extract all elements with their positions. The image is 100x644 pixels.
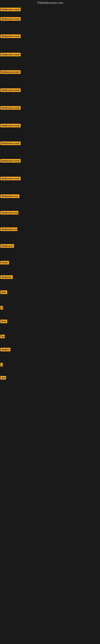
bottleneck-badge-19: B — [0, 306, 3, 310]
bottleneck-badge-18: Bott — [0, 290, 7, 294]
bottleneck-badge-3: Bottleneck result — [0, 34, 21, 38]
bottleneck-badge-11: Bottleneck result — [0, 177, 21, 180]
bottleneck-badge-16: Bottle — [0, 261, 9, 264]
bottleneck-badge-2: Bottleneck result — [0, 17, 21, 21]
bottleneck-badge-4: Bottleneck result — [0, 53, 21, 56]
bottleneck-badge-17: Bottlenec — [0, 275, 13, 279]
bottleneck-badge-8: Bottleneck result — [0, 124, 21, 128]
bottleneck-badge-20: Bott — [0, 320, 7, 323]
bottleneck-badge-9: Bottleneck result — [0, 142, 21, 145]
bottleneck-badge-23: | — [0, 363, 3, 366]
bottleneck-badge-7: Bottleneck result — [0, 106, 21, 110]
bottleneck-badge-1: Bottleneck result — [0, 8, 21, 11]
bottleneck-badge-22: Bottlen — [0, 348, 10, 352]
bottleneck-badge-10: Bottleneck result — [0, 159, 21, 162]
bottleneck-badge-14: Bottleneck resu — [0, 228, 17, 231]
bottleneck-badge-5: Bottleneck result — [0, 70, 21, 74]
bottleneck-badge-15: Bottleneck — [0, 244, 14, 248]
bottleneck-badge-13: Bottleneck resu — [0, 211, 18, 214]
bottleneck-badge-6: Bottleneck result — [0, 88, 21, 92]
site-title: TheBottlenecker.com — [0, 0, 100, 6]
bottleneck-badge-12: Bottleneck resu — [0, 194, 19, 198]
bottleneck-badge-21: Bo — [0, 335, 5, 338]
bottleneck-badge-24: Bot — [0, 376, 6, 380]
